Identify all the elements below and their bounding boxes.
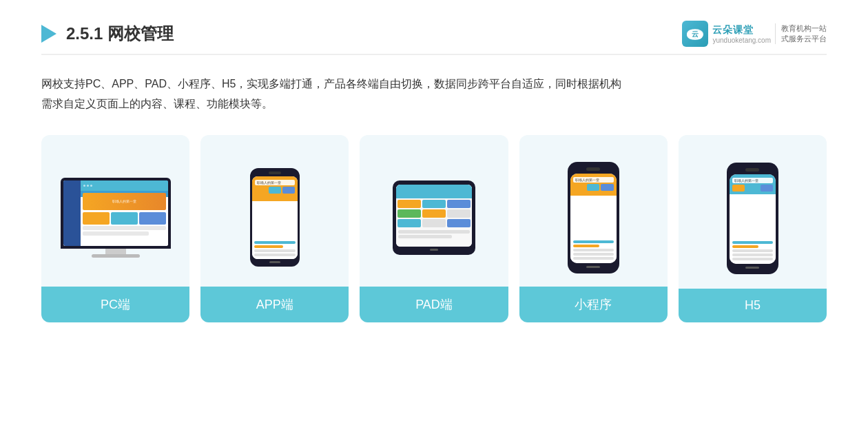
app-label: APP端	[200, 287, 349, 322]
pad-card: PAD端	[360, 135, 508, 322]
page-title: 2.5.1 网校管理	[66, 23, 174, 45]
brand-tagline: 教育机构一站 式服务云平台	[775, 23, 827, 45]
miniapp-mockup-area: 职场人的第一堂	[561, 149, 626, 287]
page: 2.5.1 网校管理 云 云朵课堂 yunduoketang.com	[0, 0, 868, 434]
app-phone-mockup: 职场人的第一堂	[250, 168, 300, 267]
h5-card: 职场人的第一堂	[679, 135, 827, 322]
h5-phone-mockup: 职场人的第一堂	[727, 163, 778, 274]
description-text: 网校支持PC、APP、PAD、小程序、H5，实现多端打通，产品各终端自由切换，数…	[41, 74, 827, 114]
pc-mockup-area: 职场人的第一堂	[54, 149, 178, 287]
h5-label: H5	[679, 289, 827, 322]
brand-text: 云朵课堂 yunduoketang.com	[712, 24, 771, 44]
pc-label: PC端	[41, 287, 189, 322]
pc-card: 职场人的第一堂	[41, 135, 189, 322]
brand-url: yunduoketang.com	[712, 37, 771, 44]
pad-label: PAD端	[360, 287, 508, 322]
miniapp-card: 职场人的第一堂	[519, 135, 668, 322]
app-mockup-area: 职场人的第一堂	[243, 149, 307, 287]
pad-mockup-area	[386, 149, 482, 287]
brand-name: 云朵课堂	[712, 24, 771, 37]
svg-text:云: 云	[692, 30, 699, 38]
header-left: 2.5.1 网校管理	[41, 23, 174, 45]
header: 2.5.1 网校管理 云 云朵课堂 yunduoketang.com	[41, 21, 827, 55]
cards-container: 职场人的第一堂	[41, 135, 827, 322]
brand-logo: 云 云朵课堂 yunduoketang.com 教育机构一站 式服务云平台	[682, 21, 827, 47]
header-right: 云 云朵课堂 yunduoketang.com 教育机构一站 式服务云平台	[682, 21, 827, 47]
miniapp-phone-mockup: 职场人的第一堂	[568, 162, 619, 273]
logo-triangle-icon	[41, 25, 56, 43]
miniapp-label: 小程序	[519, 287, 668, 322]
brand-icon: 云	[682, 21, 708, 47]
pad-device-mockup	[393, 180, 475, 255]
h5-mockup-area: 职场人的第一堂	[720, 149, 785, 289]
pc-mockup: 职场人的第一堂	[61, 178, 171, 258]
app-card: 职场人的第一堂	[200, 135, 349, 322]
